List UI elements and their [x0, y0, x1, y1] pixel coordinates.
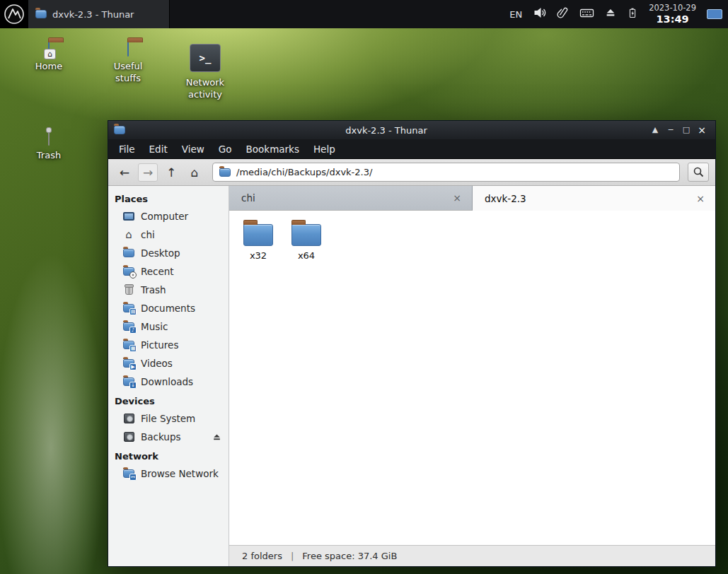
- sidebar-item-label: Computer: [141, 211, 188, 222]
- home-folder-icon: ⌂: [48, 42, 50, 56]
- back-button[interactable]: ←: [115, 163, 134, 182]
- tab-label: dxvk-2.3: [485, 193, 694, 204]
- toolbar: ← → ↑ ⌂ /media/chi/Backups/dxvk-2.3/: [108, 159, 715, 186]
- music-folder-icon: ♪: [122, 321, 135, 332]
- menubar: File Edit View Go Bookmarks Help: [108, 139, 715, 159]
- close-button[interactable]: ×: [694, 121, 710, 139]
- desktop-folder-icon: [122, 247, 135, 259]
- sidebar: Places Computer ⌂ chi Desktop Recent: [108, 186, 229, 566]
- sidebar-header-devices: Devices: [108, 391, 229, 409]
- sidebar-item-documents[interactable]: ▤ Documents: [108, 299, 229, 317]
- window-content: Places Computer ⌂ chi Desktop Recent: [108, 186, 715, 566]
- titlebar[interactable]: dxvk-2.3 - Thunar ▲ − □ ×: [108, 121, 715, 139]
- sidebar-item-file-system[interactable]: File System: [108, 409, 229, 428]
- status-folder-count: 2 folders: [242, 551, 282, 561]
- desktop-icon-label: Trash: [37, 150, 61, 162]
- file-item-x64[interactable]: x64: [286, 219, 327, 261]
- taskbar-window-label: dxvk-2.3 - Thunar: [52, 9, 134, 20]
- tab-close-icon[interactable]: ×: [451, 192, 463, 204]
- sidebar-item-label: Pictures: [141, 339, 178, 351]
- recent-icon: [122, 266, 135, 277]
- sidebar-item-trash[interactable]: Trash: [108, 281, 229, 299]
- sidebar-item-music[interactable]: ♪ Music: [108, 317, 229, 336]
- eject-button[interactable]: [212, 433, 221, 442]
- sidebar-item-videos[interactable]: ▶ Videos: [108, 354, 229, 373]
- thunar-window: dxvk-2.3 - Thunar ▲ − □ × File Edit View…: [108, 120, 716, 567]
- file-name: x32: [250, 250, 267, 261]
- sidebar-item-label: Documents: [141, 303, 195, 314]
- search-button[interactable]: [688, 163, 709, 182]
- pictures-folder-icon: ▦: [122, 339, 135, 351]
- desktop-icon-label: Network activity: [177, 77, 233, 101]
- taskbar-window-button[interactable]: dxvk-2.3 - Thunar: [28, 0, 170, 28]
- clock-time: 13:49: [649, 13, 696, 25]
- sidebar-item-downloads[interactable]: ↓ Downloads: [108, 373, 229, 391]
- sidebar-item-label: Videos: [141, 358, 173, 369]
- desktop-icon-useful-stuffs[interactable]: Useful stuffs: [100, 42, 156, 85]
- sidebar-item-chi[interactable]: ⌂ chi: [108, 226, 229, 244]
- file-item-x32[interactable]: x32: [238, 219, 279, 261]
- path-text: /media/chi/Backups/dxvk-2.3/: [236, 167, 372, 177]
- tab-chi[interactable]: chi ×: [229, 186, 473, 211]
- trash-icon: [48, 131, 50, 146]
- trash-icon-wrap: [48, 131, 50, 145]
- sidebar-item-label: Recent: [141, 266, 174, 277]
- clock-date: 2023-10-29: [649, 3, 696, 13]
- drive-icon: [122, 413, 135, 424]
- shade-button[interactable]: ▲: [647, 121, 663, 139]
- sidebar-item-desktop[interactable]: Desktop: [108, 244, 229, 262]
- sidebar-item-backups[interactable]: Backups: [108, 428, 229, 446]
- sidebar-item-label: Backups: [141, 431, 181, 443]
- path-bar[interactable]: /media/chi/Backups/dxvk-2.3/: [212, 163, 680, 182]
- status-bar: 2 folders | Free space: 37.4 GiB: [229, 545, 715, 566]
- system-tray: EN 2023-10-29 13:49: [509, 0, 728, 28]
- menu-go[interactable]: Go: [212, 141, 238, 158]
- distro-logo[interactable]: [0, 0, 28, 28]
- home-button[interactable]: ⌂: [185, 163, 204, 182]
- videos-folder-icon: ▶: [122, 358, 135, 369]
- eject-icon[interactable]: [605, 7, 616, 21]
- sidebar-item-label: Trash: [141, 284, 166, 295]
- maximize-button[interactable]: □: [678, 121, 694, 139]
- menu-bookmarks[interactable]: Bookmarks: [240, 141, 306, 158]
- desktop-icon-trash[interactable]: Trash: [21, 131, 77, 162]
- desktop-icon-label: Useful stuffs: [100, 61, 156, 85]
- panel-spacer: [170, 0, 509, 28]
- sidebar-header-network: Network: [108, 446, 229, 464]
- file-list[interactable]: x32 x64: [229, 211, 715, 545]
- clock[interactable]: 2023-10-29 13:49: [649, 3, 696, 26]
- drive-icon: [122, 431, 135, 443]
- sidebar-item-browse-network[interactable]: ↔ Browse Network: [108, 464, 229, 483]
- distro-logo-icon: [4, 4, 25, 25]
- up-button[interactable]: ↑: [161, 163, 181, 182]
- folder-icon: [35, 10, 47, 18]
- window-icon: [114, 126, 125, 134]
- minimize-button[interactable]: −: [663, 121, 678, 139]
- sidebar-item-pictures[interactable]: ▦ Pictures: [108, 336, 229, 354]
- folder-icon-wrap: [127, 42, 129, 56]
- tab-close-icon[interactable]: ×: [694, 193, 707, 204]
- desktop-icon-home[interactable]: ⌂ Home: [21, 42, 77, 73]
- sidebar-item-computer[interactable]: Computer: [108, 207, 229, 226]
- search-icon: [693, 166, 705, 178]
- computer-icon: [122, 211, 135, 222]
- menu-file[interactable]: File: [112, 141, 141, 158]
- trash-icon: [122, 284, 135, 295]
- keyboard-layout-indicator[interactable]: EN: [509, 9, 522, 20]
- home-icon: ⌂: [122, 229, 135, 240]
- volume-icon[interactable]: [533, 6, 546, 22]
- documents-folder-icon: ▤: [122, 303, 135, 314]
- menu-help[interactable]: Help: [307, 141, 342, 158]
- menu-view[interactable]: View: [175, 141, 211, 158]
- sidebar-item-recent[interactable]: Recent: [108, 262, 229, 281]
- keyboard-icon[interactable]: [579, 6, 594, 22]
- menu-edit[interactable]: Edit: [143, 141, 174, 158]
- main-pane: chi × dxvk-2.3 × x32 x64: [229, 186, 715, 566]
- tab-dxvk-2-3[interactable]: dxvk-2.3 ×: [473, 186, 715, 211]
- forward-button[interactable]: →: [138, 163, 158, 182]
- workspace-pager[interactable]: [707, 9, 722, 19]
- clipboard-attachment-icon[interactable]: [557, 6, 569, 22]
- battery-icon[interactable]: [627, 6, 638, 23]
- desktop-icon-network-activity[interactable]: >_ Network activity: [177, 44, 233, 101]
- home-emblem-icon: ⌂: [44, 49, 56, 59]
